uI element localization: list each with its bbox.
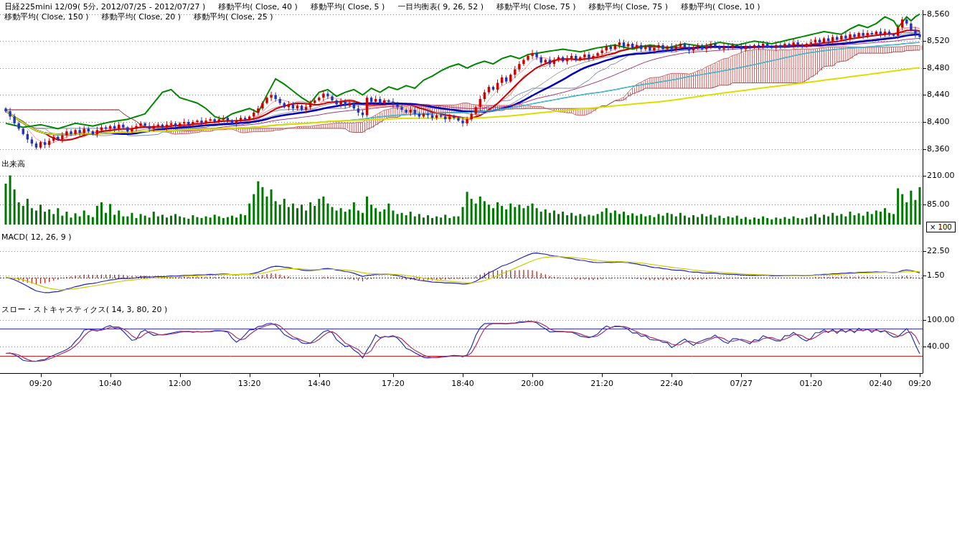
time-axis-label: 18:40 [451, 379, 474, 388]
legend-item: 移動平均( Close, 75 ) [496, 1, 576, 12]
time-axis-label: 22:40 [660, 379, 683, 388]
volume-axis-label: 210.00 [927, 171, 955, 180]
volume-panel-label: 出来高 [1, 159, 25, 169]
time-axis-label: 09:20 [908, 379, 931, 388]
time-axis-label: 07/27 [730, 379, 753, 388]
time-axis-label: 13:20 [238, 379, 261, 388]
legend-item: 移動平均( Close, 20 ) [102, 11, 182, 22]
legend-row-1: 日経225mini 12/09( 5分, 2012/07/25 - 2012/0… [4, 1, 760, 12]
volume-multiplier-badge: × 100 [926, 222, 956, 232]
time-axis-label: 10:40 [99, 379, 122, 388]
price-axis-label: 8,480 [927, 63, 950, 72]
volume-axis-label: 85.00 [927, 199, 950, 209]
legend-item: 移動平均( Close, 75 ) [589, 1, 669, 12]
chart-area: 日経225mini 12/09( 5分, 2012/07/25 - 2012/0… [0, 0, 980, 551]
macd-panel-label: MACD( 12, 26, 9 ) [1, 232, 72, 242]
legend-item: 移動平均( Close, 40 ) [218, 1, 298, 12]
legend-item: 移動平均( Close, 150 ) [4, 11, 89, 22]
legend-item: 日経225mini 12/09( 5分, 2012/07/25 - 2012/0… [4, 1, 205, 12]
time-axis-label: 21:20 [590, 379, 613, 388]
time-axis-label: 09:20 [29, 379, 52, 388]
stoch-panel-label: スロー・ストキャスティクス( 14, 3, 80, 20 ) [1, 304, 167, 315]
time-axis-label: 17:20 [382, 379, 405, 388]
time-axis-label: 12:00 [169, 379, 192, 388]
legend-item: 移動平均( Close, 25 ) [194, 11, 273, 22]
legend-item: 移動平均( Close, 10 ) [681, 1, 760, 12]
macd-axis-label: 1.50 [927, 270, 945, 280]
stoch-axis-label: 40.00 [927, 342, 950, 351]
price-axis-label: 8,360 [927, 144, 950, 154]
time-axis-label: 02:40 [870, 379, 892, 388]
time-axis-label: 20:00 [521, 379, 544, 388]
price-axis-label: 8,400 [927, 117, 950, 126]
stoch-axis-label: 100.00 [927, 315, 955, 324]
time-axis-label: 14:40 [308, 379, 331, 388]
macd-axis-label: 22.50 [927, 246, 950, 255]
legend-item: 移動平均( Close, 5 ) [311, 1, 385, 12]
price-axis-label: 8,440 [927, 90, 950, 99]
chart-canvas [0, 0, 980, 402]
legend-item: 一目均衡表( 9, 26, 52 ) [397, 1, 484, 12]
time-axis-label: 01:20 [799, 379, 822, 388]
price-axis-label: 8,520 [927, 36, 950, 45]
price-axis-label: 8,560 [927, 9, 950, 19]
legend-row-2: 移動平均( Close, 150 )移動平均( Close, 20 )移動平均(… [4, 11, 273, 22]
